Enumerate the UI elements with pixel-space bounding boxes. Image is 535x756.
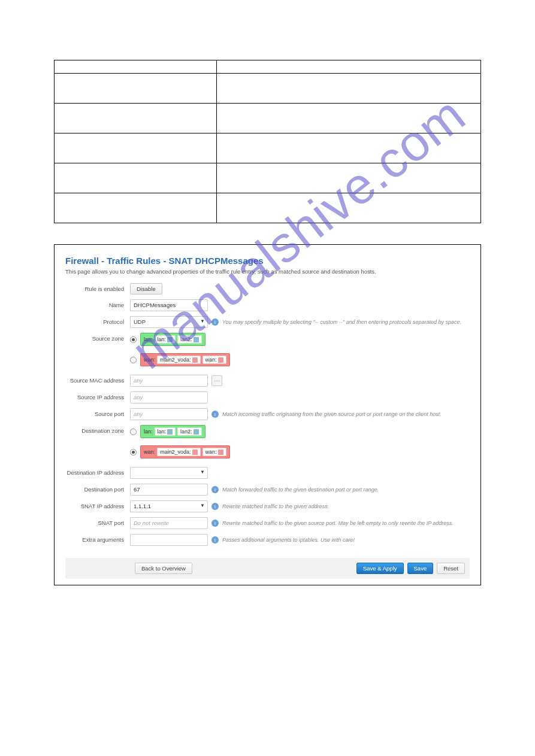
help-snat-port: Rewrite matched traffic to the given sou… [222, 520, 454, 526]
source-port-input[interactable]: any [130, 408, 208, 420]
zone-wan[interactable]: wan: main2_voda: wan: [140, 353, 230, 366]
label-dest-zone: Destination zone [65, 425, 130, 434]
dest-ip-select[interactable] [130, 467, 208, 479]
help-snat-ip: Rewrite matched traffic to the given add… [222, 503, 329, 509]
net-icon [194, 429, 199, 435]
label-extra: Extra arguments [65, 534, 130, 543]
firewall-rule-panel: Firewall - Traffic Rules - SNAT DHCPMess… [54, 244, 481, 585]
row-name: Name DHCPMessages [65, 299, 470, 311]
net-icon [167, 429, 173, 435]
label-source-ip: Source IP address [65, 391, 130, 400]
protocol-select[interactable]: UDP [130, 316, 208, 328]
info-icon: i [211, 411, 219, 418]
net-icon [167, 337, 173, 342]
info-icon: i [211, 536, 219, 544]
label-source-mac: Source MAC address [65, 375, 130, 384]
label-source-port: Source port [65, 408, 130, 417]
radio-source-lan[interactable] [130, 336, 137, 343]
row-protocol: Protocol UDP i You may specify multiple … [65, 316, 470, 328]
name-input[interactable]: DHCPMessages [130, 299, 208, 311]
picker-icon[interactable]: ⋯ [211, 375, 222, 386]
action-bar: Back to Overview Save & Apply Save Reset [65, 558, 470, 579]
doc-spec-table [54, 60, 481, 223]
label-snat-ip: SNAT IP address [65, 500, 130, 509]
info-icon: i [211, 318, 219, 326]
label-name: Name [65, 299, 130, 308]
row-snat-ip: SNAT IP address 1.1.1.1 i Rewrite matche… [65, 500, 470, 512]
zone-lan[interactable]: lan: lan: lan2: [140, 333, 205, 346]
source-ip-input[interactable]: any [130, 391, 208, 403]
wan-icon [218, 357, 223, 363]
dest-port-input[interactable]: 67 [130, 484, 208, 496]
radio-dest-wan[interactable] [130, 449, 137, 456]
row-rule-enabled: Rule is enabled Disable [65, 283, 470, 294]
zone-wan[interactable]: wan: main2_voda: wan: [140, 445, 230, 459]
reset-button[interactable]: Reset [437, 563, 465, 574]
help-dest-port: Match forwarded traffic to the given des… [222, 487, 379, 493]
label-dest-ip: Destination IP address [65, 467, 130, 476]
snat-port-input[interactable]: Do not rewrite [130, 517, 208, 529]
row-dest-zone: Destination zone lan: lan: lan2: wan: ma… [65, 425, 470, 462]
wan-icon [192, 450, 198, 455]
row-source-port: Source port any i Match incoming traffic… [65, 408, 470, 420]
row-dest-ip: Destination IP address [65, 467, 470, 479]
label-source-zone: Source zone [65, 333, 130, 342]
radio-dest-lan[interactable] [130, 429, 137, 435]
help-protocol: You may specify multiple by selecting "-… [222, 319, 461, 325]
net-icon [194, 337, 199, 342]
label-dest-port: Destination port [65, 484, 130, 493]
info-icon: i [211, 503, 219, 510]
extra-input[interactable] [130, 534, 208, 546]
disable-button[interactable]: Disable [130, 283, 162, 294]
wan-icon [218, 450, 223, 455]
row-extra: Extra arguments i Passes additional argu… [65, 534, 470, 546]
radio-source-wan[interactable] [130, 357, 137, 363]
row-source-mac: Source MAC address any ⋯ [65, 375, 470, 387]
label-rule-enabled: Rule is enabled [65, 283, 130, 292]
source-mac-input[interactable]: any [130, 375, 208, 387]
label-snat-port: SNAT port [65, 517, 130, 526]
back-button[interactable]: Back to Overview [135, 563, 192, 574]
wan-icon [192, 357, 198, 363]
page-description: This page allows you to change advanced … [65, 268, 470, 275]
page-title: Firewall - Traffic Rules - SNAT DHCPMess… [65, 256, 470, 266]
row-source-ip: Source IP address any [65, 391, 470, 403]
info-icon: i [211, 486, 219, 493]
row-snat-port: SNAT port Do not rewrite i Rewrite match… [65, 517, 470, 529]
help-extra: Passes additional arguments to iptables.… [222, 537, 355, 543]
save-apply-button[interactable]: Save & Apply [356, 563, 404, 574]
snat-ip-select[interactable]: 1.1.1.1 [130, 500, 208, 512]
label-protocol: Protocol [65, 316, 130, 325]
zone-lan[interactable]: lan: lan: lan2: [140, 425, 205, 438]
info-icon: i [211, 520, 219, 527]
row-source-zone: Source zone lan: lan: lan2: wan: main2_v… [65, 333, 470, 370]
row-dest-port: Destination port 67 i Match forwarded tr… [65, 484, 470, 496]
save-button[interactable]: Save [407, 563, 434, 574]
help-source-port: Match incoming traffic originating from … [222, 411, 442, 417]
